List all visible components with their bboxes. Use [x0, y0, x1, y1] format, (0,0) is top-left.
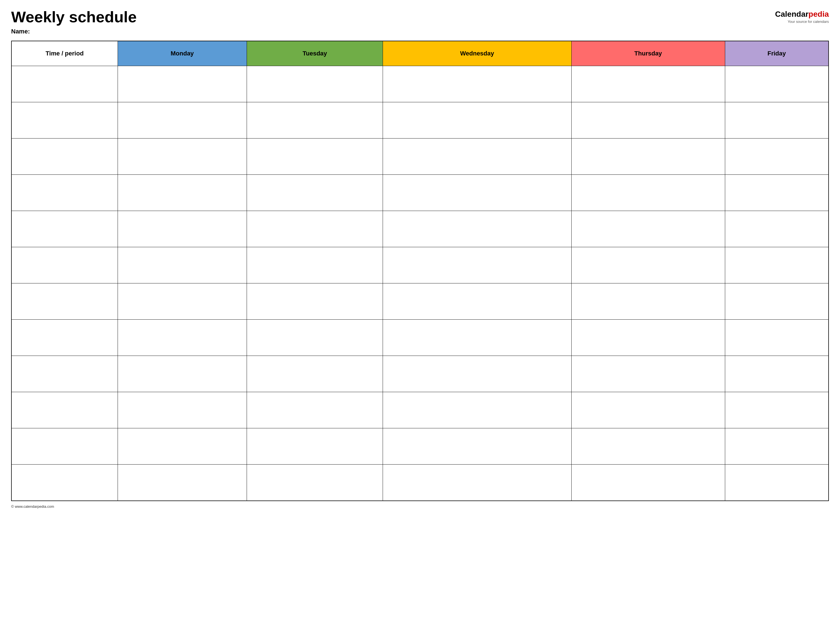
header-thursday: Thursday — [572, 41, 725, 66]
table-cell[interactable] — [247, 211, 383, 247]
table-row — [11, 211, 829, 247]
table-cell[interactable] — [11, 465, 118, 501]
footer: © www.calendarpedia.com — [11, 505, 829, 509]
table-cell[interactable] — [383, 139, 572, 175]
header-time: Time / period — [11, 41, 118, 66]
table-cell[interactable] — [383, 211, 572, 247]
table-cell[interactable] — [383, 320, 572, 356]
table-cell[interactable] — [11, 320, 118, 356]
table-cell[interactable] — [572, 356, 725, 392]
table-cell[interactable] — [725, 465, 829, 501]
table-cell[interactable] — [572, 211, 725, 247]
table-cell[interactable] — [118, 392, 247, 428]
table-cell[interactable] — [247, 392, 383, 428]
table-row — [11, 428, 829, 465]
table-cell[interactable] — [572, 247, 725, 284]
schedule-table: Time / period Monday Tuesday Wednesday T… — [11, 41, 829, 501]
table-cell[interactable] — [725, 320, 829, 356]
table-cell[interactable] — [247, 428, 383, 465]
table-cell[interactable] — [11, 139, 118, 175]
table-cell[interactable] — [247, 284, 383, 320]
table-cell[interactable] — [383, 356, 572, 392]
table-row — [11, 247, 829, 284]
logo-pedia: pedia — [808, 10, 829, 18]
page-header: Weekly schedule Name: Calendarpedia Your… — [11, 8, 829, 35]
header-friday: Friday — [725, 41, 829, 66]
table-cell[interactable] — [247, 356, 383, 392]
header-row: Time / period Monday Tuesday Wednesday T… — [11, 41, 829, 66]
table-cell[interactable] — [118, 66, 247, 102]
table-cell[interactable] — [118, 465, 247, 501]
table-cell[interactable] — [383, 284, 572, 320]
table-cell[interactable] — [383, 102, 572, 139]
table-cell[interactable] — [572, 465, 725, 501]
logo-text: Calendarpedia — [775, 9, 829, 19]
table-cell[interactable] — [572, 284, 725, 320]
table-cell[interactable] — [383, 175, 572, 211]
table-cell[interactable] — [572, 102, 725, 139]
table-cell[interactable] — [572, 428, 725, 465]
table-cell[interactable] — [725, 356, 829, 392]
table-cell[interactable] — [383, 247, 572, 284]
table-cell[interactable] — [118, 139, 247, 175]
table-cell[interactable] — [247, 139, 383, 175]
table-cell[interactable] — [247, 247, 383, 284]
table-body — [11, 66, 829, 501]
table-row — [11, 465, 829, 501]
title-section: Weekly schedule Name: — [11, 8, 137, 35]
table-cell[interactable] — [11, 392, 118, 428]
table-cell[interactable] — [247, 465, 383, 501]
table-cell[interactable] — [725, 211, 829, 247]
table-cell[interactable] — [247, 66, 383, 102]
page-title: Weekly schedule — [11, 8, 137, 26]
table-cell[interactable] — [118, 320, 247, 356]
table-cell[interactable] — [572, 175, 725, 211]
table-cell[interactable] — [118, 102, 247, 139]
table-cell[interactable] — [725, 139, 829, 175]
table-cell[interactable] — [11, 102, 118, 139]
table-row — [11, 392, 829, 428]
table-cell[interactable] — [11, 428, 118, 465]
table-row — [11, 320, 829, 356]
table-cell[interactable] — [725, 247, 829, 284]
table-cell[interactable] — [11, 356, 118, 392]
logo-tagline: Your source for calendars — [788, 19, 829, 24]
table-cell[interactable] — [572, 320, 725, 356]
table-cell[interactable] — [247, 102, 383, 139]
table-cell[interactable] — [725, 284, 829, 320]
table-cell[interactable] — [383, 66, 572, 102]
table-cell[interactable] — [383, 428, 572, 465]
table-cell[interactable] — [11, 66, 118, 102]
table-cell[interactable] — [118, 284, 247, 320]
table-cell[interactable] — [118, 211, 247, 247]
table-cell[interactable] — [118, 247, 247, 284]
table-cell[interactable] — [383, 392, 572, 428]
table-cell[interactable] — [725, 392, 829, 428]
table-cell[interactable] — [572, 392, 725, 428]
logo-section: Calendarpedia Your source for calendars — [775, 9, 829, 24]
table-cell[interactable] — [11, 211, 118, 247]
header-monday: Monday — [118, 41, 247, 66]
table-cell[interactable] — [572, 66, 725, 102]
table-cell[interactable] — [725, 175, 829, 211]
table-cell[interactable] — [118, 175, 247, 211]
table-cell[interactable] — [383, 465, 572, 501]
table-cell[interactable] — [247, 320, 383, 356]
table-row — [11, 139, 829, 175]
table-cell[interactable] — [11, 284, 118, 320]
table-cell[interactable] — [118, 356, 247, 392]
table-cell[interactable] — [11, 175, 118, 211]
name-label: Name: — [11, 28, 137, 35]
table-row — [11, 284, 829, 320]
table-cell[interactable] — [725, 66, 829, 102]
table-row — [11, 356, 829, 392]
table-cell[interactable] — [572, 139, 725, 175]
table-cell[interactable] — [725, 102, 829, 139]
table-cell[interactable] — [725, 428, 829, 465]
copyright: © www.calendarpedia.com — [11, 505, 54, 509]
table-cell[interactable] — [118, 428, 247, 465]
table-cell[interactable] — [11, 247, 118, 284]
table-cell[interactable] — [247, 175, 383, 211]
header-wednesday: Wednesday — [383, 41, 572, 66]
table-row — [11, 175, 829, 211]
